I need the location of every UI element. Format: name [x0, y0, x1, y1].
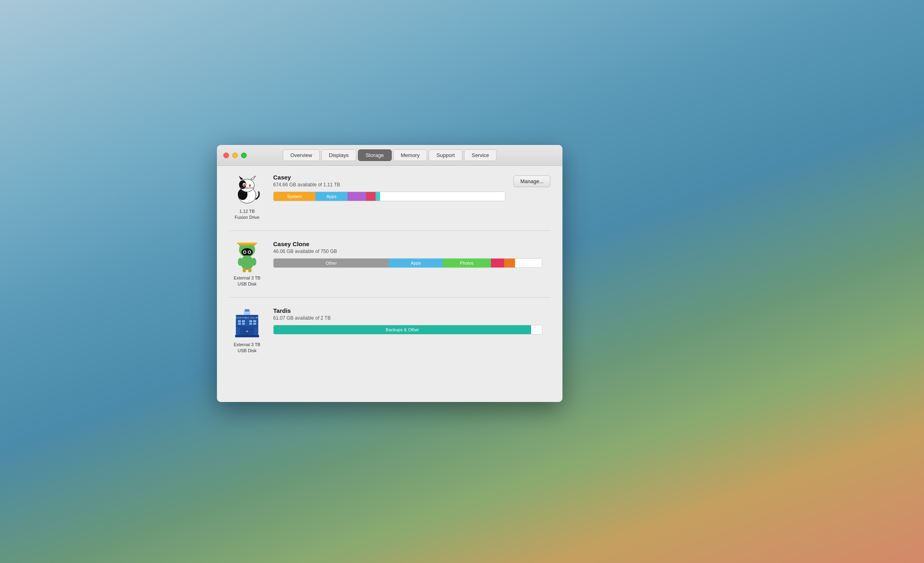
tardis-drive-icon: POLICE PUBLIC CALL BOX: [231, 307, 263, 339]
casey-clone-drive-available: 46.06 GB available of 750 GB: [273, 249, 542, 254]
maximize-button[interactable]: [241, 153, 247, 158]
casey-clone-drive-name: Casey Clone: [273, 241, 542, 247]
svg-point-28: [251, 258, 256, 266]
svg-rect-42: [249, 323, 252, 325]
casey-bar-apps: Apps: [315, 192, 348, 201]
svg-rect-50: [248, 328, 253, 331]
drive-icon-section-casey-clone: External 3 TB USB Disk: [229, 241, 265, 288]
tab-overview[interactable]: Overview: [283, 149, 320, 161]
drive-row-casey-clone: External 3 TB USB Disk Casey Clone 46.06…: [229, 241, 550, 288]
tardis-drive-label: External 3 TB USB Disk: [234, 342, 260, 354]
tab-support[interactable]: Support: [429, 149, 462, 161]
casey-bar-cyan: [376, 192, 380, 201]
casey-bar-free: [380, 192, 505, 201]
tab-displays[interactable]: Displays: [321, 149, 356, 161]
casey-storage-bar: System Apps: [273, 192, 505, 201]
casey-drive-icon: [231, 174, 263, 206]
svg-rect-26: [248, 268, 251, 272]
about-this-mac-window: Overview Displays Storage Memory Support…: [217, 145, 562, 402]
svg-rect-49: [241, 332, 246, 334]
close-button[interactable]: [223, 153, 229, 158]
svg-point-10: [246, 187, 248, 188]
svg-rect-53: [235, 335, 259, 337]
drive-row-tardis: POLICE PUBLIC CALL BOX: [229, 307, 550, 354]
drive-icon-section-casey: 1.12 TB Fusion Drive: [229, 174, 265, 221]
svg-rect-44: [237, 326, 258, 327]
casey-clone-storage-bar: Other Apps Photos: [273, 258, 542, 268]
tardis-drive-available: 61.07 GB available of 2 TB: [273, 315, 542, 321]
casey-clone-drive-info: Casey Clone 46.06 GB available of 750 GB…: [273, 241, 542, 268]
tardis-bar-backups: Backups & Other: [274, 325, 531, 334]
casey-clone-bar-orange: [504, 259, 515, 267]
divider-2: [229, 297, 550, 298]
svg-point-8: [243, 184, 245, 186]
svg-point-52: [246, 330, 248, 332]
casey-bar-system: System: [274, 192, 315, 201]
drive-row-casey: 1.12 TB Fusion Drive Casey 674.66 GB ava…: [229, 174, 550, 221]
tardis-drive-info: Tardis 61.07 GB available of 2 TB Backup…: [273, 307, 542, 335]
casey-clone-drive-label: External 3 TB USB Disk: [234, 275, 260, 288]
divider-1: [229, 231, 550, 231]
tab-service[interactable]: Service: [464, 149, 497, 161]
svg-rect-51: [248, 332, 253, 334]
svg-point-21: [244, 251, 246, 253]
casey-drive-available: 674.66 GB available of 1.11 TB: [273, 182, 505, 188]
manage-button[interactable]: Manage...: [513, 175, 550, 187]
tardis-bar-free: [531, 325, 542, 334]
casey-drive-right: Manage...: [513, 174, 550, 187]
casey-clone-bar-other: Other: [274, 259, 389, 267]
casey-drive-label: 1.12 TB Fusion Drive: [235, 208, 260, 221]
casey-clone-bar-apps: Apps: [389, 259, 443, 267]
svg-rect-24: [245, 255, 249, 259]
svg-point-9: [249, 184, 251, 187]
casey-bar-purple: [348, 192, 366, 201]
casey-clone-bar-hot: [491, 259, 504, 267]
svg-text:POLICE PUBLIC CALL BOX: POLICE PUBLIC CALL BOX: [234, 316, 260, 319]
svg-rect-38: [249, 320, 252, 322]
storage-content: 1.12 TB Fusion Drive Casey 674.66 GB ava…: [217, 166, 562, 402]
casey-bar-pink: [366, 192, 375, 201]
drive-icon-section-tardis: POLICE PUBLIC CALL BOX: [229, 307, 265, 354]
tardis-drive-name: Tardis: [273, 307, 542, 314]
svg-rect-17: [237, 243, 257, 244]
svg-rect-39: [253, 320, 256, 322]
tab-storage[interactable]: Storage: [358, 149, 392, 161]
svg-rect-36: [238, 320, 241, 322]
svg-rect-43: [253, 323, 256, 325]
traffic-lights: [223, 153, 247, 158]
tardis-storage-bar: Backups & Other: [273, 325, 542, 335]
titlebar: Overview Displays Storage Memory Support…: [217, 145, 562, 166]
svg-marker-4: [239, 176, 243, 180]
tab-bar: Overview Displays Storage Memory Support…: [282, 149, 498, 161]
svg-rect-48: [241, 328, 246, 331]
svg-rect-40: [238, 323, 241, 325]
casey-clone-bar-photos: Photos: [443, 259, 491, 267]
svg-marker-5: [251, 176, 256, 180]
minimize-button[interactable]: [232, 153, 238, 158]
svg-point-22: [249, 251, 251, 253]
svg-rect-37: [242, 320, 245, 322]
tab-memory[interactable]: Memory: [393, 149, 427, 161]
svg-rect-25: [243, 268, 246, 272]
casey-clone-drive-icon: [231, 241, 263, 273]
casey-drive-name: Casey: [273, 174, 505, 181]
svg-rect-41: [242, 323, 245, 325]
casey-drive-info: Casey 674.66 GB available of 1.11 TB Sys…: [273, 174, 505, 201]
svg-rect-31: [245, 309, 249, 312]
casey-clone-bar-free: [515, 259, 542, 267]
svg-point-27: [238, 258, 243, 266]
